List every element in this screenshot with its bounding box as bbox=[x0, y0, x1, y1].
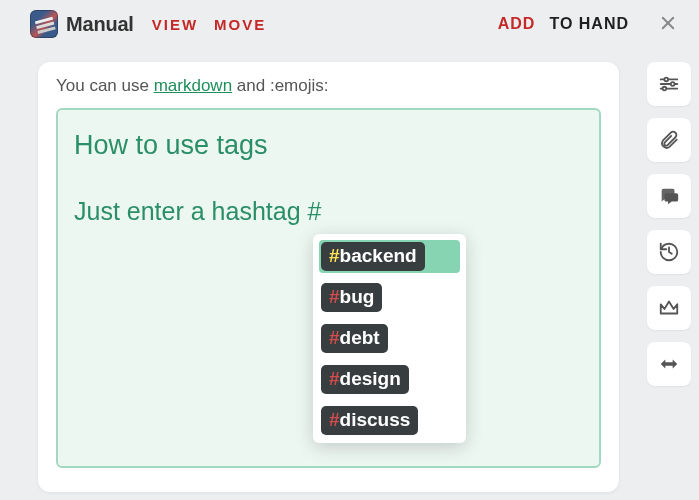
suggestion-item[interactable]: #bug bbox=[319, 281, 460, 314]
card-panel: You can use markdown and :emojis: How to… bbox=[38, 62, 619, 492]
editor-area[interactable]: How to use tags Just enter a hashtag # #… bbox=[56, 108, 601, 468]
suggestion-item[interactable]: #debt bbox=[319, 322, 460, 355]
nav-view[interactable]: VIEW bbox=[152, 16, 198, 33]
suggestion-item[interactable]: #design bbox=[319, 363, 460, 396]
tag-chip: #backend bbox=[321, 242, 425, 271]
sliders-icon[interactable] bbox=[647, 62, 691, 106]
svg-point-7 bbox=[663, 87, 667, 91]
close-icon[interactable] bbox=[659, 14, 679, 34]
nav-move[interactable]: MOVE bbox=[214, 16, 266, 33]
resize-h-icon[interactable] bbox=[647, 342, 691, 386]
app-title: Manual bbox=[66, 13, 134, 36]
tag-suggestions: #backend#bug#debt#design#discuss bbox=[313, 234, 466, 443]
tag-chip: #bug bbox=[321, 283, 382, 312]
history-icon[interactable] bbox=[647, 230, 691, 274]
topbar: Manual VIEW MOVE ADD TO HAND bbox=[0, 0, 699, 48]
suggestion-item[interactable]: #discuss bbox=[319, 404, 460, 437]
tag-chip: #debt bbox=[321, 324, 388, 353]
editor-heading: How to use tags bbox=[74, 130, 583, 161]
app-icon bbox=[30, 10, 58, 38]
crown-icon[interactable] bbox=[647, 286, 691, 330]
add-button[interactable]: ADD bbox=[498, 15, 536, 33]
hint-pre: You can use bbox=[56, 76, 154, 95]
tag-chip: #design bbox=[321, 365, 409, 394]
right-sidebar bbox=[647, 62, 691, 398]
svg-point-3 bbox=[664, 78, 668, 82]
suggestion-item[interactable]: #backend bbox=[319, 240, 460, 273]
hint-post: and :emojis: bbox=[232, 76, 328, 95]
comments-icon[interactable] bbox=[647, 174, 691, 218]
tag-chip: #discuss bbox=[321, 406, 418, 435]
markdown-link[interactable]: markdown bbox=[154, 76, 232, 95]
editor-line: Just enter a hashtag # bbox=[74, 197, 583, 226]
paperclip-icon[interactable] bbox=[647, 118, 691, 162]
to-hand-label: TO HAND bbox=[549, 15, 629, 33]
editor-hint: You can use markdown and :emojis: bbox=[56, 76, 601, 96]
svg-point-5 bbox=[671, 82, 675, 86]
